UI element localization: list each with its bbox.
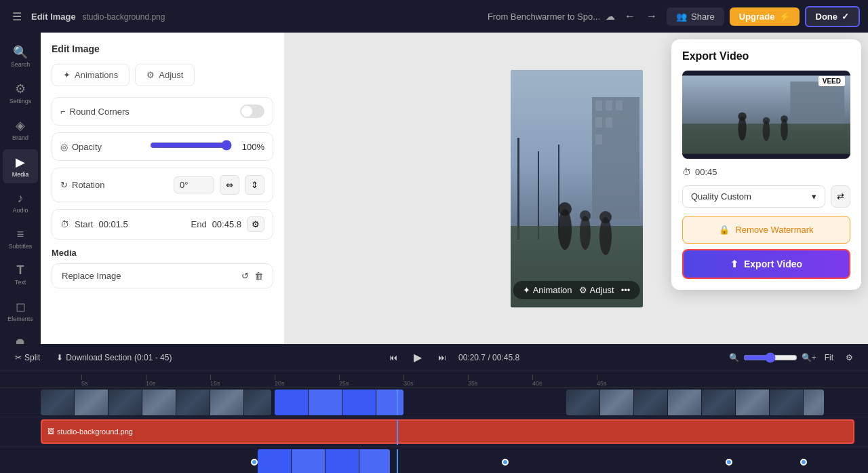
sidebar-item-brand[interactable]: ◈ Brand xyxy=(3,113,38,147)
sidebar-item-subtitles[interactable]: ≡ Subtitles xyxy=(3,222,38,255)
end-label: End xyxy=(191,219,206,229)
image-icon: 🖼 xyxy=(47,428,54,435)
animations-icon: ✦ xyxy=(63,70,71,80)
film-strip-2 xyxy=(275,390,403,415)
round-corners-toggle[interactable] xyxy=(240,105,264,118)
video-preview xyxy=(511,70,643,307)
video-clip-3[interactable] xyxy=(566,390,824,415)
quality-settings-button[interactable]: ⇄ xyxy=(831,185,850,208)
fit-button[interactable]: Fit xyxy=(825,353,833,362)
search-icon: 🔍 xyxy=(13,45,28,60)
page-title: Edit Image xyxy=(31,12,76,22)
tick-40s: 40s xyxy=(532,375,542,387)
media-section-heading: Media xyxy=(52,248,273,258)
check-icon: ✓ xyxy=(842,12,849,22)
sidebar-item-text[interactable]: T Text xyxy=(3,258,38,291)
tick-5s: 5s xyxy=(81,375,88,387)
quality-select[interactable]: Quality Custom ▾ xyxy=(682,185,825,208)
lightning-icon: ⚡ xyxy=(779,12,790,22)
download-section-button[interactable]: ⬇ Download Section (0:01 - 45) xyxy=(52,350,176,365)
svg-rect-2 xyxy=(595,100,602,111)
animation-button[interactable]: ✦ Animation xyxy=(523,285,572,295)
playhead-sub xyxy=(397,449,398,474)
timeline: ✂ Split ⬇ Download Section (0:01 - 45) ⏮… xyxy=(0,344,868,473)
sidebar-item-search[interactable]: 🔍 Search xyxy=(3,39,38,73)
tick-15s: 15s xyxy=(210,375,220,387)
marker-1 xyxy=(251,459,258,466)
svg-rect-19 xyxy=(790,81,844,130)
play-button[interactable]: ▶ xyxy=(410,348,426,366)
round-corners-label: ⌐ Round Corners xyxy=(60,107,233,117)
rotation-input[interactable]: 0° xyxy=(174,176,214,193)
canvas-inner: ✦ Animation ⚙ Adjust ••• xyxy=(511,70,643,307)
image-clip[interactable]: 🖼 studio-background.png xyxy=(41,419,854,444)
topbar-actions: From Benchwarmer to Spo... ☁ ← → 👥 Share… xyxy=(488,6,860,27)
video-clip-selected[interactable] xyxy=(275,390,403,415)
adjust-button[interactable]: ⚙ Adjust xyxy=(579,285,614,295)
split-icon: ✂ xyxy=(15,353,22,362)
export-video-button[interactable]: ⬆ Export Video xyxy=(682,249,850,279)
done-button[interactable]: Done ✓ xyxy=(805,6,861,27)
image-filename: studio-background.png xyxy=(57,428,133,436)
chevron-down-icon: ▾ xyxy=(812,191,816,202)
canvas-area: ✦ Animation ⚙ Adjust ••• Export Video xyxy=(285,33,868,344)
svg-rect-8 xyxy=(517,138,519,240)
image-track: 🖼 studio-background.png xyxy=(0,417,868,447)
sidebar-item-settings[interactable]: ⚙ Settings xyxy=(3,76,38,110)
record-icon: ⏺ xyxy=(14,336,26,344)
film-strip-3 xyxy=(566,390,824,415)
sidebar-item-record[interactable]: ⏺ Record xyxy=(3,330,38,344)
share-button[interactable]: 👥 Share xyxy=(667,7,724,26)
timeline-settings-button[interactable]: ⚙ xyxy=(842,350,857,365)
rotation-label: ↻ Rotation xyxy=(60,180,168,190)
skip-forward-button[interactable]: ⏭ xyxy=(434,350,450,365)
video-preview-image xyxy=(511,70,643,307)
round-corners-control: ⌐ Round Corners xyxy=(52,97,273,126)
sidebar-label-brand: Brand xyxy=(12,134,28,141)
sidebar-item-media[interactable]: ▶ Media xyxy=(3,149,38,183)
split-button[interactable]: ✂ Split xyxy=(11,350,44,365)
project-title: From Benchwarmer to Spo... xyxy=(488,12,600,22)
menu-button[interactable]: ☰ xyxy=(8,7,26,26)
sidebar-item-elements[interactable]: ◻ Elements xyxy=(3,294,38,328)
subtitles-icon: ≡ xyxy=(17,227,24,242)
zoom-in-icon: 🔍+ xyxy=(802,353,816,362)
media-icon: ▶ xyxy=(16,155,25,170)
video-clip-1[interactable] xyxy=(41,390,271,415)
export-panel: Export Video xyxy=(671,39,861,290)
sub-clip[interactable] xyxy=(258,449,390,474)
flip-vertical-button[interactable]: ⇕ xyxy=(245,175,264,195)
adjust-icon: ⚙ xyxy=(146,70,155,80)
playhead-img xyxy=(397,419,398,445)
refresh-icon: ↺ xyxy=(241,271,249,281)
undo-button[interactable]: ← xyxy=(620,7,639,25)
rotation-control: ↻ Rotation 0° ⇔ ⇕ xyxy=(52,168,273,202)
flip-horizontal-button[interactable]: ⇔ xyxy=(220,175,239,195)
replace-image-button[interactable]: Replace Image ↺ 🗑 xyxy=(52,263,273,288)
svg-rect-4 xyxy=(616,100,623,111)
svg-rect-7 xyxy=(595,134,602,145)
zoom-slider[interactable] xyxy=(743,352,797,363)
redo-button[interactable]: → xyxy=(642,7,661,25)
tab-animations[interactable]: ✦ Animations xyxy=(52,64,130,86)
tick-10s: 10s xyxy=(146,375,156,387)
remove-watermark-button[interactable]: 🔒 Remove Watermark xyxy=(682,216,850,244)
sidebar-item-audio[interactable]: ♪ Audio xyxy=(3,186,38,219)
download-range: (0:01 - 45) xyxy=(134,353,172,362)
timeline-controls: ✂ Split ⬇ Download Section (0:01 - 45) ⏮… xyxy=(0,344,868,371)
more-options-button[interactable]: ••• xyxy=(621,285,631,295)
opacity-slider[interactable] xyxy=(150,140,233,151)
edit-panel-title: Edit Image studio-background.png xyxy=(31,12,482,22)
tab-adjust[interactable]: ⚙ Adjust xyxy=(135,64,195,86)
duration-value: 00:45 xyxy=(695,167,717,177)
sidebar-label-subtitles: Subtitles xyxy=(9,243,33,250)
brand-icon: ◈ xyxy=(16,118,25,133)
upgrade-button[interactable]: Upgrade ⚡ xyxy=(730,7,800,26)
tick-35s: 35s xyxy=(468,375,478,387)
audio-icon: ♪ xyxy=(18,191,24,206)
skip-back-button[interactable]: ⏮ xyxy=(385,350,401,365)
export-quality-row: Quality Custom ▾ ⇄ xyxy=(682,185,850,208)
sub-clip-track xyxy=(0,447,868,473)
ruler-content: 5s 10s 15s 20s 25s 30s 35s 40s 45s xyxy=(41,371,868,387)
time-settings-button[interactable]: ⚙ xyxy=(247,216,264,232)
